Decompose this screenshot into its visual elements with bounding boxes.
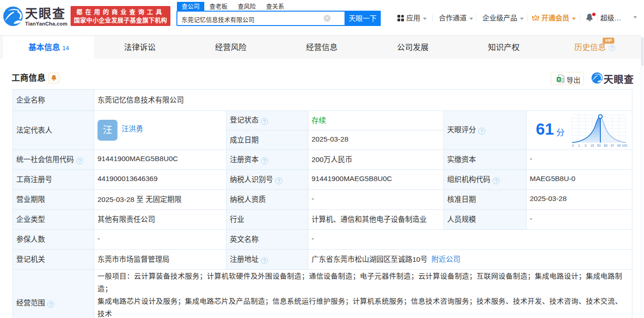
svg-text:97: 97 <box>611 144 614 147</box>
svg-text:50: 50 <box>597 144 601 147</box>
svg-text:0: 0 <box>572 144 574 147</box>
svg-text:99: 99 <box>617 144 621 147</box>
svg-text:3: 3 <box>585 144 586 147</box>
svg-text:100: 100 <box>622 144 627 147</box>
svg-text:85: 85 <box>604 144 608 147</box>
svg-text:1: 1 <box>578 144 580 147</box>
svg-text:15: 15 <box>591 144 594 147</box>
